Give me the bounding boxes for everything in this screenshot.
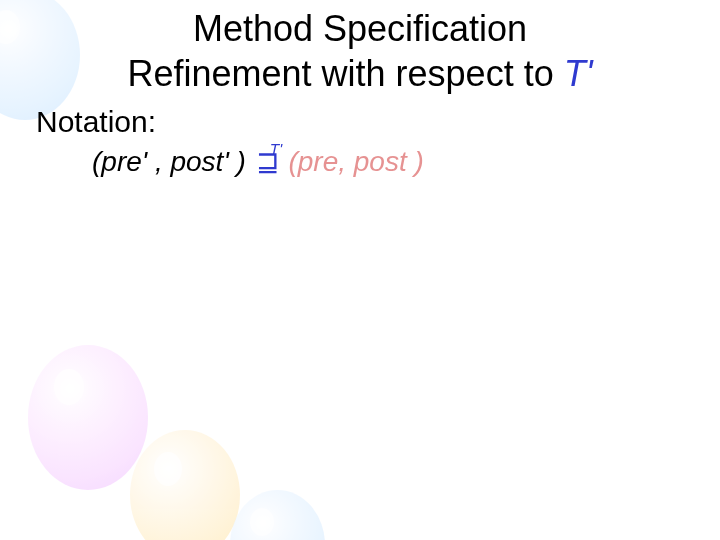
title-line-2-variable: T' [564, 53, 593, 94]
formula-rhs: (pre, post ) [288, 146, 423, 177]
slide-title: Method Specification Refinement with res… [0, 6, 720, 96]
formula-relation: ⊒ T' [254, 145, 281, 178]
formula-lhs: (pre' , post' ) [92, 146, 246, 177]
title-line-1: Method Specification [193, 8, 527, 49]
balloon-decoration [28, 345, 148, 490]
slide-body: Notation: (pre' , post' ) ⊒ T' (pre, pos… [36, 105, 424, 178]
balloon-decoration [230, 490, 325, 540]
notation-label: Notation: [36, 105, 424, 139]
relation-superscript: T' [270, 140, 282, 158]
balloon-decoration [130, 430, 240, 540]
refinement-formula: (pre' , post' ) ⊒ T' (pre, post ) [92, 145, 424, 178]
title-line-2-text: Refinement with respect to [127, 53, 563, 94]
slide: Method Specification Refinement with res… [0, 0, 720, 540]
